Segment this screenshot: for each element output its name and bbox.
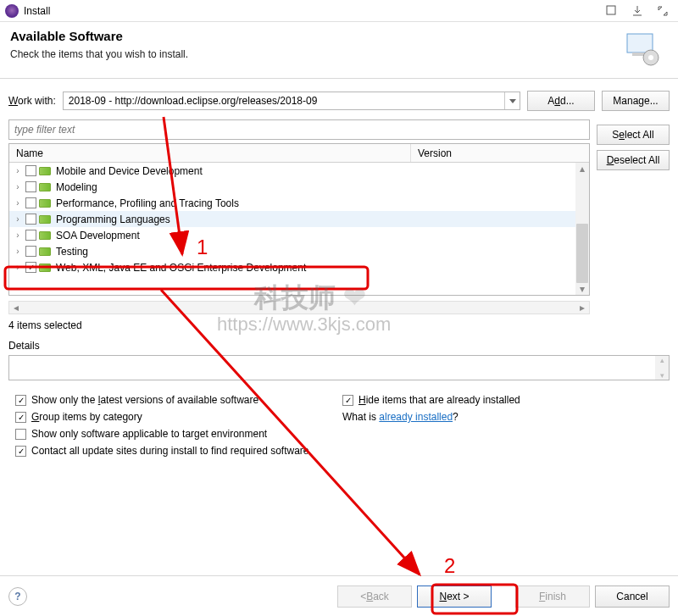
column-name[interactable]: Name: [9, 144, 411, 162]
category-icon: [39, 183, 51, 191]
minimize-button[interactable]: [605, 4, 619, 18]
wizard-header: Available Software Check the items that …: [0, 22, 678, 79]
expander-icon[interactable]: ›: [13, 263, 23, 272]
back-button: < Back: [337, 585, 412, 608]
add-button[interactable]: Add...: [527, 91, 595, 111]
checkbox-icon[interactable]: [15, 446, 26, 457]
help-icon[interactable]: ?: [8, 587, 27, 606]
checkbox-icon[interactable]: [25, 181, 36, 192]
checkbox-icon[interactable]: [15, 412, 26, 423]
page-title: Available Software: [10, 29, 622, 43]
checkbox-icon[interactable]: [15, 395, 26, 406]
category-icon: [39, 247, 51, 256]
page-subtitle: Check the items that you wish to install…: [10, 48, 622, 60]
next-button[interactable]: Next >: [417, 585, 492, 608]
scroll-left-icon[interactable]: ◂: [9, 302, 23, 314]
tree-row[interactable]: ›Mobile and Device Development: [9, 163, 589, 179]
scroll-right-icon[interactable]: ▸: [575, 302, 589, 314]
details-section: Details ▴▾: [8, 340, 670, 380]
tree-row[interactable]: ›Web, XML, Java EE and OSGi Enterprise D…: [9, 259, 589, 275]
checkbox-icon[interactable]: [342, 395, 353, 406]
tree-row[interactable]: ›Performance, Profiling and Tracing Tool…: [9, 195, 589, 211]
install-banner-icon: [622, 29, 663, 69]
expander-icon[interactable]: ›: [13, 247, 23, 256]
tree-row-label: Testing: [53, 246, 88, 258]
opt-group[interactable]: Group items by category: [15, 411, 342, 423]
maximize-button[interactable]: [656, 4, 670, 18]
filter-input[interactable]: [8, 119, 590, 140]
tree-row-label: SOA Development: [53, 230, 140, 241]
svg-rect-1: [627, 34, 653, 53]
work-with-row: Work with: Add... Manage...: [0, 79, 678, 119]
checkbox-icon[interactable]: [25, 214, 36, 225]
work-with-combo[interactable]: [63, 92, 520, 110]
horizontal-scrollbar[interactable]: ◂ ▸: [8, 301, 590, 314]
expander-icon[interactable]: ›: [13, 166, 23, 175]
already-installed-link[interactable]: already installed: [379, 411, 453, 423]
opt-latest[interactable]: Show only the latest versions of availab…: [15, 394, 342, 406]
opt-target[interactable]: Show only software applicable to target …: [15, 428, 342, 440]
opt-contact[interactable]: Contact all update sites during install …: [15, 445, 670, 457]
tree-row[interactable]: ›Modeling: [9, 179, 589, 195]
details-scrollbar[interactable]: ▴▾: [655, 356, 669, 380]
eclipse-icon: [5, 4, 19, 18]
opt-hide[interactable]: Hide items that are already installed: [342, 394, 670, 406]
work-with-input[interactable]: [64, 92, 504, 109]
already-installed-line: What is already installed?: [342, 411, 670, 423]
options-section: Show only the latest versions of availab…: [0, 386, 678, 460]
tree-row[interactable]: ›Testing: [9, 243, 589, 259]
software-tree: Name Version ›Mobile and Device Developm…: [8, 143, 590, 296]
svg-rect-0: [607, 6, 615, 14]
annotation-2: 2: [444, 554, 455, 578]
column-version[interactable]: Version: [411, 144, 589, 162]
scroll-up-icon[interactable]: ▴: [575, 163, 589, 175]
cancel-button[interactable]: Cancel: [595, 585, 670, 608]
scrollbar-thumb[interactable]: [576, 224, 588, 283]
category-icon: [39, 167, 51, 175]
finish-button: Finish: [515, 585, 590, 608]
deselect-all-button[interactable]: Deselect All: [597, 150, 670, 170]
checkbox-icon[interactable]: [25, 230, 36, 241]
category-icon: [39, 215, 51, 224]
download-icon[interactable]: [631, 4, 644, 18]
tree-row-label: Performance, Profiling and Tracing Tools: [53, 197, 239, 209]
tree-row-label: Programming Languages: [53, 214, 170, 225]
tree-row[interactable]: ›SOA Development: [9, 227, 589, 243]
tree-row-label: Mobile and Device Development: [53, 165, 203, 177]
checkbox-icon[interactable]: [25, 197, 36, 208]
details-label: Details: [8, 340, 670, 352]
manage-button[interactable]: Manage...: [602, 91, 670, 111]
checkbox-icon[interactable]: [25, 246, 36, 257]
work-with-label: Work with:: [8, 95, 56, 107]
checkbox-icon[interactable]: [25, 165, 36, 176]
vertical-scrollbar[interactable]: ▴ ▾: [575, 163, 589, 295]
category-icon: [39, 231, 51, 240]
selection-status: 4 items selected: [0, 314, 678, 335]
chevron-down-icon[interactable]: [504, 92, 520, 109]
tree-row-label: Modeling: [53, 181, 97, 193]
svg-point-4: [648, 55, 653, 60]
expander-icon[interactable]: ›: [13, 182, 23, 191]
select-all-button[interactable]: Select All: [597, 125, 670, 145]
category-icon: [39, 264, 51, 272]
expander-icon[interactable]: ›: [13, 214, 23, 224]
window-title: Install: [24, 5, 50, 17]
details-textarea[interactable]: ▴▾: [8, 355, 670, 380]
expander-icon[interactable]: ›: [13, 230, 23, 240]
title-bar: Install: [0, 0, 678, 22]
checkbox-icon[interactable]: [15, 429, 26, 440]
category-icon: [39, 199, 51, 208]
expander-icon[interactable]: ›: [13, 198, 23, 208]
scroll-down-icon[interactable]: ▾: [575, 283, 589, 295]
tree-row-label: Web, XML, Java EE and OSGi Enterprise De…: [53, 262, 306, 274]
checkbox-icon[interactable]: [25, 262, 36, 273]
tree-row[interactable]: ›Programming Languages: [9, 211, 589, 227]
tree-header: Name Version: [9, 144, 589, 163]
window-controls: [605, 4, 673, 18]
wizard-footer: ? < Back Next > Finish Cancel: [0, 575, 678, 616]
